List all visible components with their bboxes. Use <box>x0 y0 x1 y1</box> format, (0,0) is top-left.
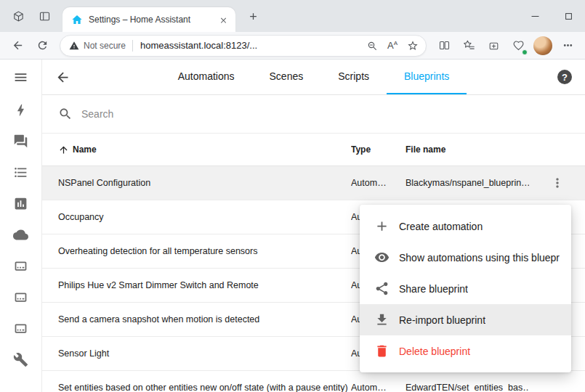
download-icon <box>374 312 390 328</box>
blueprint-context-menu: Create automation Show automations using… <box>360 205 571 372</box>
window-minimize-button[interactable] <box>518 0 552 32</box>
ha-sidebar <box>0 60 42 392</box>
sidebar-server-icon-3[interactable] <box>0 313 42 344</box>
favorites-hub-icon[interactable] <box>457 35 480 57</box>
browser-tab[interactable]: Settings – Home Assistant <box>62 7 235 32</box>
browser-essentials-icon[interactable] <box>507 35 530 57</box>
menu-item-reimport-blueprint[interactable]: Re-import blueprint <box>360 304 571 335</box>
ha-header: Automations Scenes Scripts Blueprints ? <box>42 60 585 95</box>
menu-item-share-blueprint[interactable]: Share blueprint <box>360 273 571 304</box>
menu-item-show-automations[interactable]: Show automations using this blueprint <box>360 242 571 273</box>
status-ok-dot <box>522 49 528 55</box>
browser-toolbar: Not secure homeassistant.local:8123/... … <box>0 32 585 60</box>
tab-title: Settings – Home Assistant <box>89 15 211 25</box>
home-assistant-logo-icon <box>71 14 83 25</box>
ha-tab-bar: Automations Scenes Scripts Blueprints <box>83 60 544 94</box>
window-maximize-button[interactable] <box>552 0 585 32</box>
search-input[interactable]: Search <box>42 95 585 134</box>
sort-ascending-icon <box>58 144 69 155</box>
browser-tabstrip: Settings – Home Assistant <box>0 0 585 32</box>
menu-item-delete-blueprint[interactable]: Delete blueprint <box>360 335 571 367</box>
url-text[interactable]: homeassistant.local:8123/... <box>140 40 362 51</box>
sidebar-assist-icon[interactable] <box>0 126 42 157</box>
sidebar-server-icon-2[interactable] <box>0 282 42 313</box>
sidebar-server-icon-1[interactable] <box>0 250 42 282</box>
sidebar-developer-tools-icon[interactable] <box>0 344 42 375</box>
search-icon <box>58 107 73 121</box>
window-controls <box>518 0 585 32</box>
column-header-file[interactable]: File name <box>406 144 529 155</box>
security-label[interactable]: Not secure <box>84 41 126 51</box>
workspaces-icon[interactable] <box>7 5 29 27</box>
profile-avatar[interactable] <box>533 36 552 55</box>
column-header-type[interactable]: Type <box>351 144 406 155</box>
sidebar-energy-icon[interactable] <box>0 94 42 126</box>
split-screen-icon[interactable] <box>432 35 456 57</box>
tab-automations[interactable]: Automations <box>161 60 252 94</box>
share-icon <box>374 281 390 297</box>
eye-icon <box>374 250 390 266</box>
address-bar[interactable]: Not secure homeassistant.local:8123/... … <box>60 35 427 57</box>
screen: Settings – Home Assistant <box>0 0 585 392</box>
tab-blueprints[interactable]: Blueprints <box>387 60 467 94</box>
new-tab-button[interactable] <box>243 6 263 26</box>
browser-back-icon[interactable] <box>6 35 29 57</box>
menu-item-create-automation[interactable]: Create automation <box>360 211 571 242</box>
not-secure-warning-icon <box>69 41 79 51</box>
ha-back-icon[interactable] <box>42 60 83 94</box>
collections-icon[interactable] <box>482 35 505 57</box>
tab-actions-icon[interactable] <box>33 5 55 27</box>
tab-scripts[interactable]: Scripts <box>320 60 387 94</box>
browser-refresh-icon[interactable] <box>31 35 54 57</box>
tab-close-icon[interactable] <box>217 13 230 26</box>
table-header: Name Type File name <box>42 134 585 166</box>
column-header-name[interactable]: Name <box>42 144 351 155</box>
address-divider <box>132 40 133 52</box>
sidebar-history-icon[interactable] <box>0 188 42 219</box>
row-overflow-menu-icon[interactable] <box>544 170 570 196</box>
table-row[interactable]: NSPanel Configuration Autom… Blackymas/n… <box>42 166 585 200</box>
sidebar-cloud-icon[interactable] <box>0 219 42 250</box>
help-icon[interactable]: ? <box>544 60 585 94</box>
sidebar-menu-icon[interactable] <box>0 60 42 94</box>
search-placeholder: Search <box>81 108 113 120</box>
zoom-out-icon[interactable] <box>362 36 382 55</box>
tab-scenes[interactable]: Scenes <box>252 60 321 94</box>
table-row[interactable]: Set entities based on other entities new… <box>42 371 585 392</box>
plus-icon <box>374 219 390 234</box>
sidebar-logbook-icon[interactable] <box>0 157 42 188</box>
browser-menu-icon[interactable] <box>556 35 579 57</box>
trash-icon <box>374 343 390 359</box>
text-size-icon[interactable]: AA <box>382 36 403 55</box>
favorite-star-icon[interactable] <box>403 36 423 55</box>
